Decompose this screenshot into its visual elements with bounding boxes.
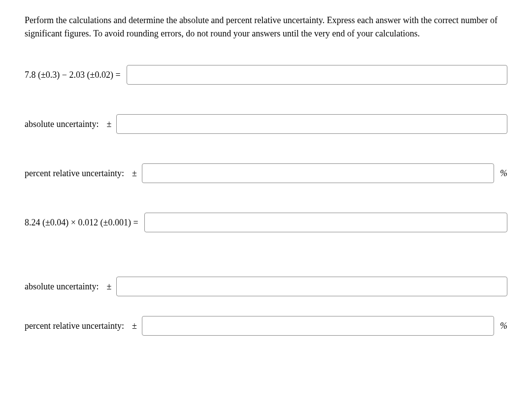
q2-result-input[interactable] [144, 213, 507, 232]
q1-absolute-row: absolute uncertainty: ± [25, 114, 507, 134]
percent-unit: % [500, 321, 507, 331]
q2-relative-input[interactable] [142, 316, 494, 336]
q1-expression-label: 7.8 (±0.3) − 2.03 (±0.02) = [25, 70, 121, 80]
plus-minus-icon: ± [132, 168, 137, 179]
percent-unit: % [500, 168, 507, 179]
q2-relative-row: percent relative uncertainty: ± % [25, 316, 507, 336]
q1-result-row: 7.8 (±0.3) − 2.03 (±0.02) = [25, 65, 507, 85]
plus-minus-icon: ± [106, 282, 111, 292]
q2-expression-label: 8.24 (±0.04) × 0.012 (±0.001) = [25, 218, 138, 228]
q1-absolute-label: absolute uncertainty: [25, 119, 99, 129]
q2-absolute-label: absolute uncertainty: [25, 282, 99, 292]
plus-minus-icon: ± [106, 119, 111, 129]
q2-relative-label: percent relative uncertainty: [25, 321, 124, 331]
instructions-text: Perform the calculations and determine t… [25, 14, 507, 40]
q1-result-input[interactable] [127, 65, 507, 85]
q2-absolute-row: absolute uncertainty: ± [25, 277, 507, 296]
q2-absolute-input[interactable] [116, 277, 507, 296]
q2-result-row: 8.24 (±0.04) × 0.012 (±0.001) = [25, 213, 507, 232]
q1-relative-input[interactable] [142, 163, 494, 183]
q1-relative-row: percent relative uncertainty: ± % [25, 163, 507, 183]
q1-relative-label: percent relative uncertainty: [25, 168, 124, 179]
plus-minus-icon: ± [132, 321, 137, 331]
q1-absolute-input[interactable] [116, 114, 507, 134]
